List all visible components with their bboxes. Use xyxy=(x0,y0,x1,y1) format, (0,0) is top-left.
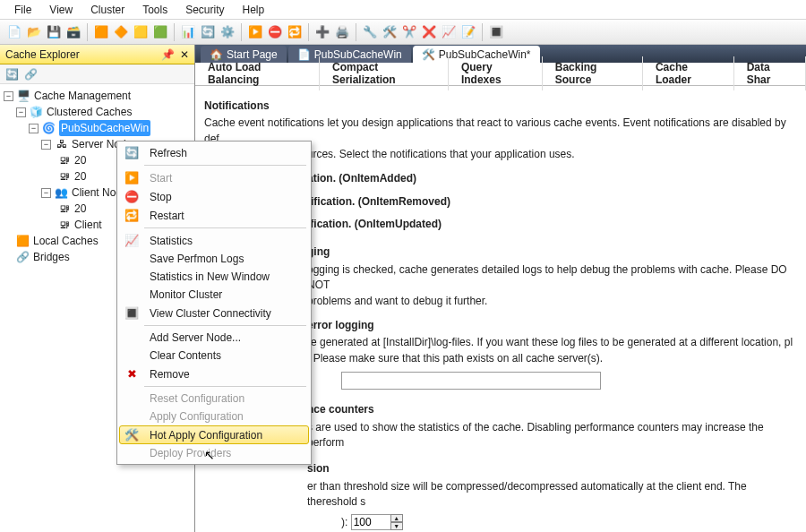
stop-icon: ⛔ xyxy=(123,190,141,203)
cluster-icon: 🧊 xyxy=(30,106,43,119)
toolbar-icon[interactable]: ➕ xyxy=(313,23,331,41)
collapse-icon[interactable]: − xyxy=(4,91,13,101)
tree-node[interactable]: 20 xyxy=(74,152,86,168)
tree-node[interactable]: 20 xyxy=(74,168,86,184)
compression-threshold-input[interactable] xyxy=(351,514,391,530)
perf-desc: s are used to show the statistics of the… xyxy=(307,420,797,451)
menu-file[interactable]: File xyxy=(7,2,39,18)
ctx-label: Restart xyxy=(150,210,184,222)
ctx-restart[interactable]: 🔁 Restart xyxy=(119,206,309,225)
restart-icon: 🔁 xyxy=(123,209,141,222)
toolbar-icon[interactable]: 🛠️ xyxy=(381,23,399,41)
ctx-statistics[interactable]: 📈 Statistics xyxy=(119,231,309,250)
ctx-label: Monitor Cluster xyxy=(150,288,222,301)
toolbar-icon[interactable]: ❌ xyxy=(420,23,438,41)
save-icon[interactable]: 💾 xyxy=(45,23,63,41)
ctx-label: Reset Configuration xyxy=(150,392,244,405)
toolbar-icon[interactable]: 🔶 xyxy=(112,23,130,41)
tree-node[interactable]: Client xyxy=(74,217,102,233)
ctx-monitor-cluster[interactable]: Monitor Cluster xyxy=(119,286,309,304)
ctx-remove[interactable]: ✖ Remove xyxy=(119,365,309,383)
node-icon: 🖳 xyxy=(57,154,71,167)
ctx-label: Stop xyxy=(150,191,172,203)
log-path-input[interactable] xyxy=(341,372,601,390)
ctx-reset-config: Reset Configuration xyxy=(119,390,309,408)
collapse-icon[interactable]: − xyxy=(41,140,51,150)
toolbar-icon[interactable]: 🔗 xyxy=(24,68,38,81)
separator xyxy=(144,325,306,326)
ctx-deploy-providers: Deploy Providers xyxy=(119,444,309,462)
stats-icon: 📈 xyxy=(123,234,141,247)
toolbar-icon[interactable]: 🔄 xyxy=(5,68,19,81)
tree-local[interactable]: Local Caches xyxy=(33,233,99,249)
toolbar-icon[interactable]: ✂️ xyxy=(400,23,418,41)
stop-icon[interactable]: ⛔ xyxy=(266,23,284,41)
toolbar-icon[interactable]: 📂 xyxy=(25,23,43,41)
toolbar-icon[interactable]: 🖨️ xyxy=(333,23,351,41)
toolbar-icon[interactable]: 📄 xyxy=(5,23,23,41)
tree-bridges[interactable]: Bridges xyxy=(33,249,70,265)
separator xyxy=(174,23,175,41)
notifications-heading: Notifications xyxy=(204,99,797,114)
ctx-start: ▶️ Start xyxy=(119,168,309,187)
toolbar-icon[interactable]: 🟩 xyxy=(151,23,169,41)
toolbar-icon[interactable]: 🟧 xyxy=(92,23,110,41)
ctx-label: Hot Apply Configuration xyxy=(150,429,262,442)
toolbar-icon[interactable]: 📝 xyxy=(459,23,477,41)
cache-icon: 🌀 xyxy=(42,122,56,135)
ctx-stats-new-window[interactable]: Statistics in New Window xyxy=(119,268,309,286)
menu-tools[interactable]: Tools xyxy=(135,2,175,18)
tree-node[interactable]: 20 xyxy=(74,201,86,217)
collapse-icon[interactable]: − xyxy=(16,107,26,117)
separator xyxy=(308,23,309,41)
menu-help[interactable]: Help xyxy=(236,2,272,18)
toolbar-icon[interactable]: ⚙️ xyxy=(219,23,236,41)
pin-icon[interactable]: 📌 xyxy=(161,48,175,61)
ctx-hot-apply-config[interactable]: 🛠️ Hot Apply Configuration xyxy=(119,425,309,444)
spin-up-icon[interactable]: ▲ xyxy=(390,514,403,522)
tree-clustered[interactable]: Clustered Caches xyxy=(47,104,132,120)
perf-heading: nce counters xyxy=(307,403,374,416)
ctx-stop[interactable]: ⛔ Stop xyxy=(119,187,309,206)
ctx-add-server[interactable]: Add Server Node... xyxy=(119,329,309,347)
toolbar-icon[interactable]: 🔄 xyxy=(199,23,217,41)
menu-view[interactable]: View xyxy=(42,2,80,18)
spin-down-icon[interactable]: ▼ xyxy=(390,522,403,530)
collapse-icon[interactable]: − xyxy=(41,188,51,198)
tree-root[interactable]: Cache Management xyxy=(34,88,131,104)
server-icon: 🖧 xyxy=(55,138,68,151)
start-icon[interactable]: ▶️ xyxy=(246,23,264,41)
logging-desc: ogging is checked, cache generates detai… xyxy=(307,262,797,309)
settings-subtabs: Auto Load Balancing Compact Serializatio… xyxy=(195,63,806,86)
toolbar-icon[interactable]: 📊 xyxy=(179,23,197,41)
panel-mini-toolbar: 🔄 🔗 xyxy=(0,64,194,84)
separator xyxy=(241,23,242,41)
separator xyxy=(144,386,306,387)
toolbar-icon[interactable]: 🔧 xyxy=(361,23,379,41)
tree-selected-cache[interactable]: PubSubCacheWin xyxy=(59,120,150,136)
save-all-icon[interactable]: 🗃️ xyxy=(64,23,82,41)
toolbar-icon[interactable]: 🔳 xyxy=(487,23,505,41)
menu-cluster[interactable]: Cluster xyxy=(83,2,132,18)
ctx-label: Save Perfmon Logs xyxy=(150,253,244,265)
close-icon[interactable]: ✕ xyxy=(180,48,189,61)
notif-item: tification. (OnItemRemoved) xyxy=(307,195,450,208)
ctx-clear-contents[interactable]: Clear Contents xyxy=(119,347,309,365)
separator xyxy=(144,165,306,166)
toolbar-icon[interactable]: 📈 xyxy=(440,23,458,41)
restart-icon[interactable]: 🔁 xyxy=(286,23,304,41)
management-icon: 🖥️ xyxy=(17,90,30,103)
ctx-refresh[interactable]: 🔄 Refresh xyxy=(119,143,309,162)
errlog-heading: error logging xyxy=(307,319,374,331)
client-group-icon: 👥 xyxy=(55,186,68,200)
ctx-label: Apply Configuration xyxy=(150,410,244,423)
ctx-view-connectivity[interactable]: 🔳 View Cluster Connectivity xyxy=(119,304,309,322)
menu-security[interactable]: Security xyxy=(178,2,231,18)
separator xyxy=(144,227,306,228)
collapse-icon[interactable]: − xyxy=(29,124,39,133)
panel-title-label: Cache Explorer xyxy=(5,48,80,61)
ctx-label: Add Server Node... xyxy=(150,331,241,344)
ctx-save-perfmon[interactable]: Save Perfmon Logs xyxy=(119,250,309,268)
toolbar-icon[interactable]: 🟨 xyxy=(132,23,150,41)
compression-desc: er than threshold size will be compresse… xyxy=(307,479,797,511)
